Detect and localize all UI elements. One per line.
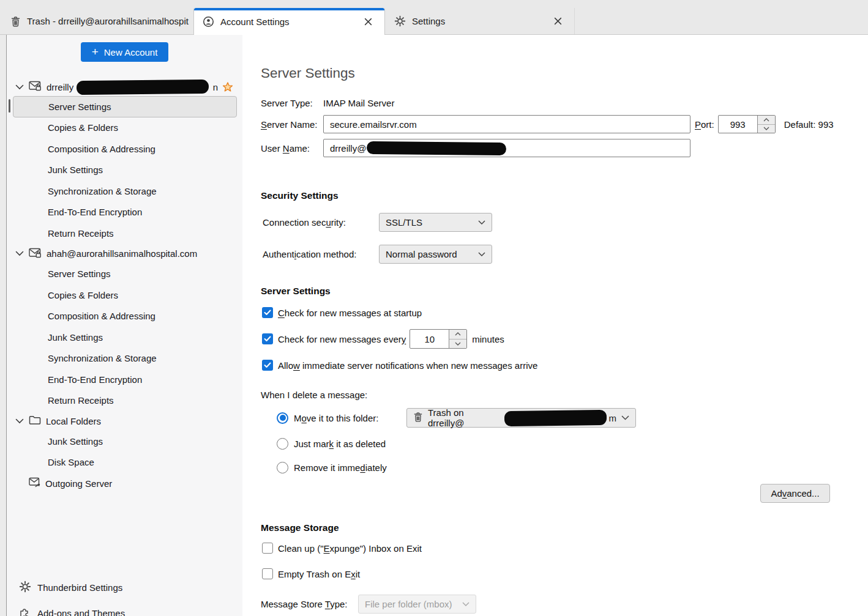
sidebar-item-copies-folders[interactable]: Copies & Folders: [13, 117, 237, 139]
chevron-down-icon[interactable]: [15, 418, 24, 424]
mark-deleted-radio[interactable]: [277, 438, 288, 450]
mark-deleted-label: Just mark it as deleted: [294, 439, 386, 449]
sidebar-item-return-receipts-2[interactable]: Return Receipts: [13, 390, 237, 412]
redaction: [504, 409, 606, 426]
server-type-label: Server Type:: [261, 98, 323, 108]
server-name-input[interactable]: secure.emailsrvr.com: [323, 115, 690, 133]
redaction: [77, 79, 209, 94]
trash-folder-dropdown[interactable]: Trash on drreilly@ m: [406, 408, 636, 428]
store-type-dropdown: File per folder (mbox): [358, 595, 476, 614]
mail-lock-icon: [29, 248, 42, 260]
trash-icon: [413, 412, 423, 424]
thunderbird-settings-label: Thunderbird Settings: [37, 582, 122, 593]
port-label: Port:: [695, 119, 714, 130]
connection-security-label: Connection security:: [263, 217, 379, 228]
outgoing-server-label: Outgoing Server: [45, 478, 112, 489]
addons-themes-link[interactable]: Add-ons and Themes: [7, 600, 242, 616]
tab-trash-folder[interactable]: Trash - drreilly@aurorahillsanimalhospit: [0, 8, 193, 34]
move-to-folder-label: Move it to this folder:: [294, 413, 401, 423]
check-startup-label: Check for new messages at startup: [278, 308, 422, 318]
tab-label: Settings: [412, 16, 445, 26]
account-settings-sidebar: + New Account drreilly n Server Settings…: [7, 35, 242, 616]
sidebar-item-sync-storage[interactable]: Synchronization & Storage: [13, 180, 237, 202]
sidebar-item-copies-folders-2[interactable]: Copies & Folders: [13, 284, 237, 306]
close-icon[interactable]: [360, 13, 376, 29]
spin-down-icon[interactable]: [758, 125, 775, 133]
chevron-down-icon[interactable]: [15, 251, 24, 256]
new-account-button[interactable]: + New Account: [81, 42, 169, 62]
mail-lock-icon: [29, 81, 42, 93]
tab-label: Account Settings: [220, 17, 290, 27]
auth-method-dropdown[interactable]: Normal password: [379, 245, 492, 264]
account-icon: [203, 16, 214, 28]
server-type-value: IMAP Mail Server: [323, 98, 394, 108]
connection-security-dropdown[interactable]: SSL/TLS: [379, 213, 492, 232]
redaction: [367, 141, 506, 155]
trash-icon: [10, 16, 21, 27]
sidebar-item-outgoing-server[interactable]: Outgoing Server: [7, 473, 242, 494]
tab-settings[interactable]: Settings: [385, 8, 575, 34]
user-name-input[interactable]: drreilly@: [323, 139, 690, 157]
thunderbird-settings-link[interactable]: Thunderbird Settings: [7, 574, 242, 600]
minutes-label: minutes: [472, 334, 504, 344]
store-type-label: Message Store Type:: [261, 599, 358, 609]
sidebar-item-junk-settings-local[interactable]: Junk Settings: [13, 431, 237, 452]
account-name-suffix: n: [213, 82, 218, 92]
local-folders-row[interactable]: Local Folders: [7, 411, 242, 431]
sidebar-item-disk-space[interactable]: Disk Space: [13, 452, 237, 473]
allow-notifications-checkbox[interactable]: [262, 360, 273, 371]
empty-trash-checkbox[interactable]: [262, 568, 273, 579]
remove-immediately-radio[interactable]: [277, 462, 288, 473]
page-title: Server Settings: [261, 65, 868, 81]
folder-icon: [29, 415, 41, 427]
gear-icon: [394, 15, 406, 27]
port-input[interactable]: 993: [718, 115, 776, 133]
window-gutter: [0, 35, 7, 616]
local-folders-label: Local Folders: [46, 416, 101, 426]
account-row-ahah[interactable]: ahah@aurorahillsanimalhospital.com: [7, 244, 242, 264]
sidebar-item-e2e-encryption[interactable]: End-To-End Encryption: [13, 202, 237, 223]
sidebar-item-junk-settings-2[interactable]: Junk Settings: [13, 327, 237, 348]
mail-send-icon: [29, 477, 41, 489]
default-star-icon: [223, 82, 233, 92]
sidebar-item-sync-storage-2[interactable]: Synchronization & Storage: [13, 348, 237, 369]
chevron-down-icon: [478, 220, 485, 225]
account-name: ahah@aurorahillsanimalhospital.com: [47, 248, 197, 259]
account-row-drreilly[interactable]: drreilly n: [7, 78, 242, 96]
sidebar-item-e2e-encryption-2[interactable]: End-To-End Encryption: [13, 369, 237, 390]
close-icon[interactable]: [550, 13, 566, 29]
plus-icon: +: [92, 46, 99, 58]
move-to-folder-radio[interactable]: [277, 412, 288, 424]
check-every-input[interactable]: 10: [410, 329, 467, 349]
sidebar-item-composition-addressing-2[interactable]: Composition & Addressing: [13, 306, 237, 327]
advanced-button[interactable]: Advanced...: [760, 484, 830, 503]
spin-down-icon[interactable]: [449, 340, 466, 349]
empty-trash-label: Empty Trash on Exit: [278, 569, 360, 579]
server-settings-heading: Server Settings: [261, 286, 868, 297]
cleanup-inbox-label: Clean up ("Expunge") Inbox on Exit: [278, 543, 422, 554]
check-startup-checkbox[interactable]: [262, 307, 273, 318]
server-settings-pane: Server Settings Server Type: IMAP Mail S…: [242, 35, 868, 616]
sidebar-item-composition-addressing[interactable]: Composition & Addressing: [13, 138, 237, 160]
chevron-down-icon: [621, 415, 629, 420]
sidebar-item-server-settings-2[interactable]: Server Settings: [13, 264, 237, 285]
chevron-down-icon[interactable]: [15, 84, 24, 90]
tab-account-settings[interactable]: Account Settings: [193, 8, 385, 35]
tab-label: Trash - drreilly@aurorahillsanimalhospit: [27, 16, 189, 26]
chevron-down-icon: [462, 602, 470, 606]
spin-up-icon[interactable]: [449, 330, 466, 340]
spin-up-icon[interactable]: [758, 116, 775, 125]
gear-icon: [19, 581, 31, 595]
message-storage-heading: Message Storage: [261, 522, 868, 533]
auth-method-label: Authentication method:: [263, 249, 379, 259]
addons-themes-label: Add-ons and Themes: [37, 608, 125, 616]
sidebar-item-server-settings[interactable]: Server Settings: [13, 96, 237, 117]
port-default-label: Default: 993: [784, 119, 834, 130]
account-name: drreilly: [47, 82, 73, 92]
cleanup-inbox-checkbox[interactable]: [262, 543, 273, 554]
check-every-checkbox[interactable]: [262, 333, 273, 344]
check-every-label: Check for new messages every: [278, 334, 406, 344]
sidebar-item-junk-settings[interactable]: Junk Settings: [13, 160, 237, 181]
sidebar-item-return-receipts[interactable]: Return Receipts: [13, 223, 237, 244]
puzzle-icon: [19, 606, 31, 616]
